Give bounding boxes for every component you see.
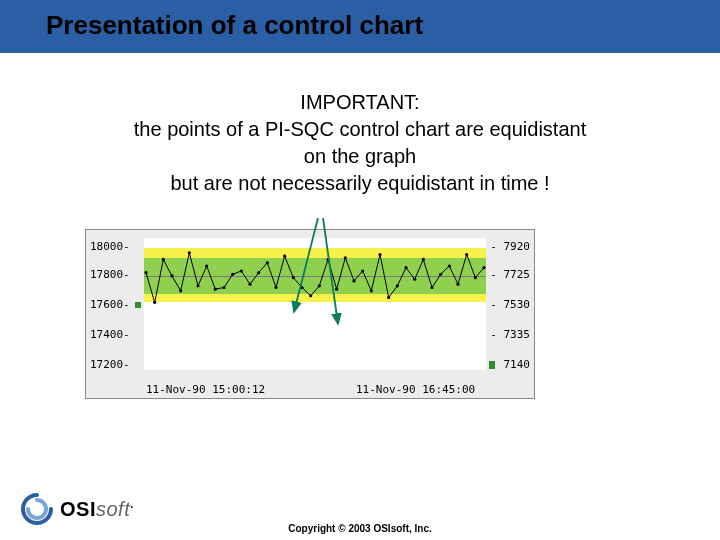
body-line-2: the points of a PI-SQC control chart are… bbox=[60, 116, 660, 143]
x-tick: 11-Nov-90 15:00:12 bbox=[146, 383, 265, 396]
svg-point-9 bbox=[222, 286, 225, 289]
body-paragraph: IMPORTANT: the points of a PI-SQC contro… bbox=[60, 89, 660, 197]
svg-point-10 bbox=[231, 273, 234, 276]
slide-title: Presentation of a control chart bbox=[46, 10, 720, 41]
svg-point-25 bbox=[361, 269, 364, 272]
svg-point-23 bbox=[344, 256, 347, 259]
y-right-tick: - 7530 bbox=[490, 298, 530, 311]
y-right-tick: - 7920 bbox=[490, 240, 530, 253]
body-line-3: on the graph bbox=[60, 143, 660, 170]
series-line bbox=[144, 238, 486, 370]
svg-point-28 bbox=[387, 296, 390, 299]
y-left-tick: 18000- bbox=[90, 240, 130, 253]
logo-text-osi: OSI bbox=[60, 498, 96, 520]
y-right-tick: - 7335 bbox=[490, 328, 530, 341]
svg-point-21 bbox=[326, 258, 329, 261]
svg-point-32 bbox=[422, 258, 425, 261]
y-left-tick: 17400- bbox=[90, 328, 130, 341]
control-chart: 18000- 17800- 17600- 17400- 17200- - 792… bbox=[85, 229, 535, 399]
svg-point-3 bbox=[170, 274, 173, 277]
plot-area bbox=[144, 238, 486, 370]
svg-point-5 bbox=[188, 251, 191, 254]
svg-point-8 bbox=[214, 288, 217, 291]
logo-text-soft: soft bbox=[96, 498, 130, 520]
y-right-tick: - 7725 bbox=[490, 268, 530, 281]
svg-point-34 bbox=[439, 273, 442, 276]
right-gutter-marker-icon bbox=[489, 361, 495, 369]
logo-text: OSIsoft. bbox=[60, 498, 134, 521]
x-tick: 11-Nov-90 16:45:00 bbox=[356, 383, 475, 396]
svg-point-31 bbox=[413, 278, 416, 281]
svg-point-2 bbox=[162, 258, 165, 261]
svg-point-29 bbox=[396, 284, 399, 287]
y-left-tick: 17200- bbox=[90, 358, 130, 371]
svg-point-17 bbox=[292, 276, 295, 279]
title-bar: Presentation of a control chart bbox=[0, 0, 720, 53]
body-line-4: but are not necessarily equidistant in t… bbox=[60, 170, 660, 197]
svg-point-26 bbox=[370, 289, 373, 292]
svg-point-19 bbox=[309, 294, 312, 297]
svg-point-6 bbox=[196, 284, 199, 287]
svg-point-22 bbox=[335, 288, 338, 291]
left-gutter-marker-icon bbox=[135, 302, 141, 308]
svg-point-16 bbox=[283, 255, 286, 258]
svg-point-12 bbox=[248, 283, 251, 286]
y-left-tick: 17800- bbox=[90, 268, 130, 281]
logo-swirl-icon bbox=[20, 492, 54, 526]
svg-point-37 bbox=[465, 253, 468, 256]
svg-point-39 bbox=[482, 266, 485, 269]
svg-point-4 bbox=[179, 289, 182, 292]
y-left-tick: 17600- bbox=[90, 298, 130, 311]
svg-point-14 bbox=[266, 261, 269, 264]
svg-point-36 bbox=[456, 283, 459, 286]
body-line-1: IMPORTANT: bbox=[60, 89, 660, 116]
svg-point-13 bbox=[257, 271, 260, 274]
svg-point-1 bbox=[153, 301, 156, 304]
svg-point-27 bbox=[378, 253, 381, 256]
svg-point-24 bbox=[352, 279, 355, 282]
svg-point-7 bbox=[205, 264, 208, 267]
osisoft-logo: OSIsoft. bbox=[20, 492, 134, 526]
copyright: Copyright © 2003 OSIsoft, Inc. bbox=[0, 523, 720, 534]
svg-point-18 bbox=[300, 286, 303, 289]
svg-point-11 bbox=[240, 269, 243, 272]
svg-point-33 bbox=[430, 286, 433, 289]
svg-point-0 bbox=[144, 271, 147, 274]
svg-point-35 bbox=[448, 264, 451, 267]
svg-point-38 bbox=[474, 276, 477, 279]
svg-point-30 bbox=[404, 266, 407, 269]
y-right-tick: - 7140 bbox=[490, 358, 530, 371]
svg-point-20 bbox=[318, 284, 321, 287]
svg-point-15 bbox=[274, 286, 277, 289]
